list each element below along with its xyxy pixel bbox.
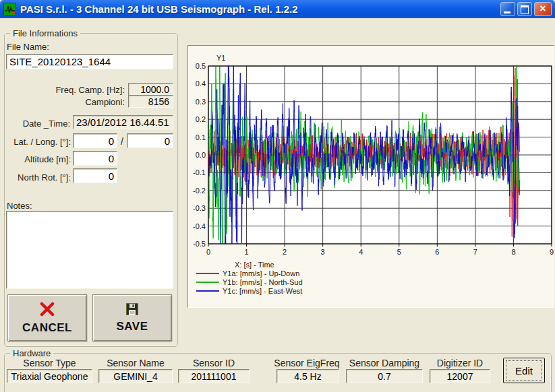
digitizer-id-value: 12007 bbox=[430, 369, 490, 383]
svg-text:4: 4 bbox=[359, 248, 363, 256]
legend-row-y1c: Y1c: [mm/s] - East-West bbox=[196, 286, 303, 295]
legend-label: Y1b: [mm/s] - North-Sud bbox=[223, 278, 303, 286]
minimize-button[interactable] bbox=[500, 2, 515, 16]
legend-label: Y1a: [mm/s] - Up-Down bbox=[223, 269, 299, 277]
notes-textarea[interactable] bbox=[6, 211, 173, 289]
longitude-input[interactable] bbox=[127, 133, 173, 148]
svg-text:6: 6 bbox=[435, 248, 439, 256]
freq-camp-label: Freq. Camp. [Hz]: bbox=[7, 85, 125, 95]
date-time-value: 23/01/2012 16.44.51 bbox=[73, 115, 173, 129]
svg-text:-0.2: -0.2 bbox=[193, 187, 206, 195]
svg-text:2: 2 bbox=[283, 248, 287, 256]
north-rot-input[interactable] bbox=[73, 168, 117, 183]
svg-text:-0.5: -0.5 bbox=[193, 240, 206, 248]
file-name-label: File Name: bbox=[7, 42, 49, 52]
north-rot-label: North Rot. [°]: bbox=[1, 172, 71, 183]
svg-text:5: 5 bbox=[397, 248, 401, 256]
svg-text:0: 0 bbox=[206, 248, 210, 256]
sensor-type-label: Sensor Type bbox=[7, 358, 92, 368]
svg-text:3: 3 bbox=[321, 248, 325, 256]
svg-text:Y1: Y1 bbox=[216, 54, 225, 62]
legend-row-time: X: [s] - Time bbox=[196, 260, 303, 269]
date-time-label: Date _Time: bbox=[1, 119, 70, 129]
sensor-name-label: Sensor Name bbox=[98, 358, 173, 368]
legend-swatch-up-down bbox=[196, 273, 219, 274]
svg-text:9: 9 bbox=[550, 248, 554, 256]
sensor-damping-value: 0.7 bbox=[346, 369, 423, 383]
legend-row-y1a: Y1a: [mm/s] - Up-Down bbox=[196, 269, 303, 277]
lat-long-separator: / bbox=[121, 136, 123, 147]
svg-text:0.1: 0.1 bbox=[196, 133, 206, 141]
lat-long-label: Lat. / Long. [°]: bbox=[1, 137, 71, 147]
svg-text:0.0: 0.0 bbox=[196, 151, 206, 159]
svg-text:0.2: 0.2 bbox=[196, 115, 206, 123]
sensor-name-value: GEMINI_4 bbox=[98, 369, 173, 383]
svg-text:7: 7 bbox=[473, 248, 477, 256]
hardware-group-label: Hardware bbox=[10, 348, 53, 358]
cancel-button-label: CANCEL bbox=[22, 321, 72, 335]
legend-label: Y1c: [mm/s] - East-West bbox=[223, 287, 302, 295]
svg-text:-0.1: -0.1 bbox=[193, 168, 206, 176]
svg-text:8: 8 bbox=[511, 248, 515, 256]
campioni-label: Campioni: bbox=[7, 97, 125, 107]
save-button[interactable]: SAVE bbox=[92, 294, 172, 341]
window-controls: × bbox=[500, 2, 552, 16]
sensor-eigfreq-label: Sensor EigFreq bbox=[273, 358, 341, 368]
cancel-x-icon bbox=[39, 302, 55, 317]
chart-panel: 01234567890.50.40.30.20.10.0-0.1-0.2-0.3… bbox=[187, 45, 554, 308]
altitude-label: Altitude [m]: bbox=[1, 154, 71, 164]
sensor-type-value: Triaxial Geophone bbox=[7, 369, 92, 383]
notes-label: Notes: bbox=[7, 201, 32, 211]
svg-text:1: 1 bbox=[244, 248, 248, 256]
svg-text:-0.4: -0.4 bbox=[193, 222, 206, 230]
window-title: PASI S.r.l. - 3 Channel 24 bit USB Seism… bbox=[20, 3, 500, 15]
altitude-input[interactable] bbox=[73, 151, 117, 166]
campioni-value: 8156 bbox=[128, 95, 173, 108]
sensor-id-label: Sensor ID bbox=[178, 358, 250, 368]
sensor-damping-label: Sensor Damping bbox=[343, 358, 426, 368]
cancel-button[interactable]: CANCEL bbox=[7, 294, 87, 341]
legend-label: X: [s] - Time bbox=[235, 261, 274, 269]
file-name-input[interactable] bbox=[6, 54, 173, 69]
freq-camp-value: 1000.0 bbox=[128, 83, 173, 96]
svg-text:0.3: 0.3 bbox=[196, 98, 206, 106]
legend-row-y1b: Y1b: [mm/s] - North-Sud bbox=[196, 277, 303, 286]
latitude-input[interactable] bbox=[73, 133, 117, 148]
svg-text:-0.3: -0.3 bbox=[193, 204, 206, 212]
app-icon bbox=[3, 3, 16, 15]
close-button[interactable]: × bbox=[534, 2, 552, 16]
svg-text:0.5: 0.5 bbox=[196, 62, 206, 70]
sensor-id-value: 201111001 bbox=[178, 369, 250, 383]
edit-button[interactable]: Edit bbox=[503, 358, 545, 383]
sensor-eigfreq-value: 4.5 Hz bbox=[276, 369, 339, 383]
file-informations-group-label: File Informations bbox=[10, 28, 80, 38]
digitizer-id-label: Digitizer ID bbox=[426, 358, 494, 368]
app-window: PASI S.r.l. - 3 Channel 24 bit USB Seism… bbox=[0, 0, 555, 392]
chart-legend: X: [s] - Time Y1a: [mm/s] - Up-Down Y1b:… bbox=[196, 260, 303, 295]
svg-text:0.4: 0.4 bbox=[196, 79, 206, 88]
title-bar: PASI S.r.l. - 3 Channel 24 bit USB Seism… bbox=[0, 0, 555, 18]
maximize-button[interactable] bbox=[517, 2, 532, 16]
legend-swatch-east-west bbox=[196, 290, 219, 292]
edit-button-label: Edit bbox=[515, 365, 533, 377]
save-button-label: SAVE bbox=[116, 320, 148, 333]
save-floppy-icon bbox=[126, 303, 138, 315]
legend-swatch-north-sud bbox=[196, 282, 219, 283]
